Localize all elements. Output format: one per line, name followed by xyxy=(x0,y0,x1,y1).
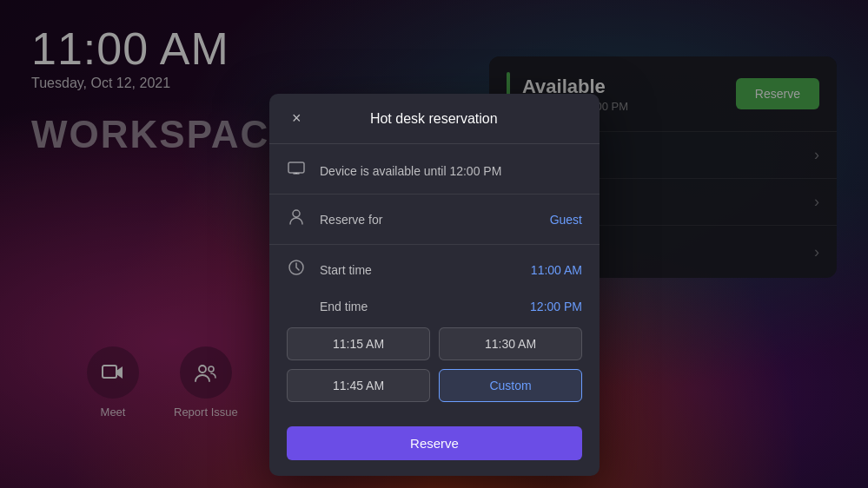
device-row: Device is available until 12:00 PM xyxy=(269,151,600,190)
time-options-grid: 11:15 AM 11:30 AM 11:45 AM Custom xyxy=(269,320,600,411)
end-time-row[interactable]: End time 12:00 PM xyxy=(269,291,600,320)
modal-body: Device is available until 12:00 PM Reser… xyxy=(269,144,600,418)
modal-footer: Reserve xyxy=(269,418,600,476)
reserve-for-label: Reserve for xyxy=(320,213,536,227)
time-option-1115[interactable]: 11:15 AM xyxy=(287,327,430,360)
modal-header: × Hot desk reservation xyxy=(269,94,600,144)
screen-icon xyxy=(287,162,306,180)
person-icon xyxy=(287,208,306,230)
time-option-1145[interactable]: 11:45 AM xyxy=(287,369,430,402)
modal-title: Hot desk reservation xyxy=(370,111,498,127)
device-label: Device is available until 12:00 PM xyxy=(320,164,582,178)
reserve-for-value: Guest xyxy=(550,213,582,227)
svg-point-6 xyxy=(293,210,300,217)
time-option-custom[interactable]: Custom xyxy=(439,369,582,402)
divider-1 xyxy=(269,194,600,195)
divider-2 xyxy=(269,244,600,245)
end-time-label: End time xyxy=(320,300,368,313)
reserve-for-row[interactable]: Reserve for Guest xyxy=(269,198,600,241)
end-time-value: 12:00 PM xyxy=(530,300,582,313)
start-time-value: 11:00 AM xyxy=(531,263,582,277)
reserve-modal-button[interactable]: Reserve xyxy=(287,426,582,460)
start-time-label: Start time xyxy=(320,263,517,277)
close-button[interactable]: × xyxy=(287,108,307,129)
hot-desk-modal: × Hot desk reservation Device is availab… xyxy=(269,94,600,476)
svg-rect-3 xyxy=(288,162,304,173)
time-option-1130[interactable]: 11:30 AM xyxy=(439,327,582,360)
clock-icon xyxy=(287,259,306,280)
start-time-row[interactable]: Start time 11:00 AM xyxy=(269,248,600,291)
